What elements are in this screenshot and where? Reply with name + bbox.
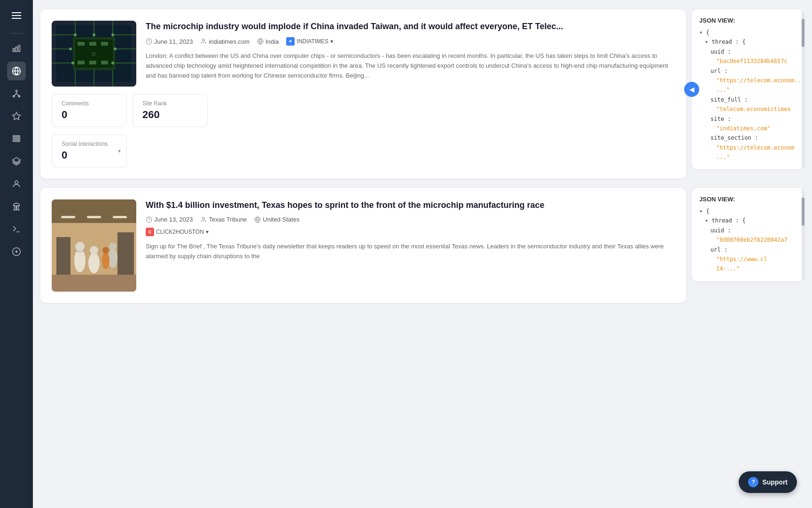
social-dropdown-arrow: ▾ (118, 148, 121, 154)
svg-point-41 (93, 33, 95, 36)
support-icon: ? (748, 477, 758, 487)
svg-rect-36 (78, 61, 85, 64)
article-1-top: IC The microchip industry would implode … (52, 21, 675, 87)
svg-point-67 (102, 247, 109, 254)
json2-line-uuid-val: "8d08760eb2f6220842a7 (716, 235, 797, 245)
svg-rect-1 (16, 47, 17, 52)
social-value: 0 (62, 149, 117, 161)
article-1-date: June 11, 2023 (146, 38, 193, 45)
json-line-url-val2: ..." (716, 85, 797, 95)
sidebar-icon-terminal[interactable] (7, 220, 26, 238)
menu-button[interactable] (7, 8, 26, 24)
svg-point-45 (71, 62, 74, 64)
svg-point-48 (203, 39, 205, 41)
svg-point-44 (114, 48, 117, 50)
article-1-title: The microchip industry would implode if … (146, 21, 675, 32)
svg-point-60 (88, 253, 100, 273)
svg-rect-33 (78, 42, 85, 46)
svg-rect-64 (56, 237, 70, 275)
json-line-url-val: "https://telecom.econom... (716, 76, 797, 85)
json-panel-wrapper-1: JSON VIEW: ▾ { ▾ thread : { uuid : "bac0… (692, 9, 804, 169)
json2-line-uuid-key: uuid : (710, 226, 797, 235)
article-2-title: With $1.4 billion investment, Texas hope… (146, 199, 675, 211)
sidebar-icon-network[interactable] (7, 84, 26, 103)
article-1-social-row: Social Interactions 0 ▾ (52, 135, 675, 167)
svg-point-69 (203, 217, 205, 219)
article-1-image: IC (52, 21, 136, 87)
sidebar-icon-person[interactable] (7, 175, 26, 193)
article-1-info: The microchip industry would implode if … (146, 21, 675, 87)
article-row-2: With $1.4 billion investment, Texas hope… (40, 188, 804, 303)
svg-rect-54 (87, 216, 101, 218)
json-scroll-thumb-1 (802, 19, 804, 47)
json2-line-thread: ▾ thread : { (705, 216, 797, 225)
json2-line-url-key: url : (710, 245, 797, 254)
sidebar-divider (9, 33, 23, 33)
sidebar-icon-chart[interactable] (7, 39, 26, 58)
svg-marker-7 (13, 112, 21, 120)
collapse-btn-2[interactable]: ▾ (699, 208, 703, 214)
svg-rect-0 (13, 48, 15, 52)
support-button[interactable]: ? Support (739, 471, 797, 493)
publisher-icon: ✦ (286, 37, 295, 46)
sidebar-icon-star[interactable] (7, 107, 26, 126)
json-line-site-key: site : (710, 114, 797, 124)
svg-point-57 (74, 249, 86, 272)
svg-point-43 (69, 48, 72, 50)
json-title-2: JSON VIEW: (699, 196, 797, 203)
json-scroll-1[interactable] (802, 9, 804, 169)
svg-rect-10 (13, 140, 20, 142)
article-2-publisher[interactable]: C CLICK2HOUSTON ▾ (146, 228, 209, 236)
sidebar (0, 0, 33, 508)
comments-label: Comments (62, 100, 117, 107)
svg-point-4 (16, 90, 17, 92)
svg-rect-9 (13, 138, 20, 139)
svg-rect-2 (18, 45, 20, 51)
article-2-excerpt: Sign up for The Brief , The Texas Tribun… (146, 242, 675, 262)
json2-line-url-val: "https://www.cl (716, 254, 797, 264)
svg-rect-8 (13, 135, 20, 137)
article-1-source: indiatimes.com (200, 38, 250, 45)
svg-rect-56 (52, 275, 136, 292)
svg-point-63 (109, 243, 117, 250)
svg-rect-52 (52, 199, 136, 223)
svg-point-62 (108, 249, 117, 268)
sidebar-icon-bank[interactable] (7, 197, 26, 216)
article-row-1: IC The microchip industry would implode … (40, 9, 804, 179)
json-title-1: JSON VIEW: (699, 17, 797, 24)
sidebar-icon-layers[interactable] (7, 152, 26, 171)
svg-point-61 (90, 246, 98, 254)
article-2-top: With $1.4 billion investment, Texas hope… (52, 199, 675, 292)
support-label: Support (762, 478, 788, 486)
publisher-2-icon: C (146, 228, 154, 236)
svg-rect-35 (101, 42, 108, 46)
article-card-2: With $1.4 billion investment, Texas hope… (40, 188, 686, 303)
svg-rect-55 (113, 216, 127, 218)
json-line-uuid-key: uuid : (710, 47, 797, 56)
json-scroll-2[interactable] (802, 188, 804, 281)
article-1-publisher[interactable]: ✦ INDIATIMES ▾ (286, 37, 333, 46)
svg-rect-34 (89, 42, 96, 46)
json-line-thread: ▾ thread : { (705, 37, 797, 47)
rank-label: Site Rank (142, 100, 198, 107)
rank-value: 260 (142, 109, 198, 121)
article-1-meta: June 11, 2023 indiatimes.com India ✦ (146, 37, 675, 46)
sidebar-icon-add[interactable] (7, 242, 26, 261)
collapse-btn[interactable]: ▾ (699, 29, 703, 36)
sidebar-icon-list[interactable] (7, 129, 26, 148)
article-1-comments-box: Comments 0 (52, 94, 127, 127)
json-line-site-val: "indiatimes.com" (716, 124, 797, 133)
svg-point-46 (111, 62, 114, 64)
article-card-1: IC The microchip industry would implode … (40, 9, 686, 179)
json-line-uuid-val: "bac0eef1133284b4657c (716, 56, 797, 66)
article-1-social-box[interactable]: Social Interactions 0 ▾ (52, 135, 127, 167)
svg-rect-38 (101, 61, 108, 64)
sidebar-icon-globe[interactable] (7, 62, 26, 80)
article-2-date: June 13, 2023 (146, 216, 193, 223)
svg-point-40 (74, 33, 77, 36)
article-2-image (52, 199, 136, 292)
svg-rect-65 (117, 232, 134, 275)
article-2-publisher-row: C CLICK2HOUSTON ▾ (146, 228, 675, 236)
toggle-panel-btn-1[interactable]: ◀ (684, 82, 699, 97)
json-line-url-key: url : (710, 66, 797, 76)
